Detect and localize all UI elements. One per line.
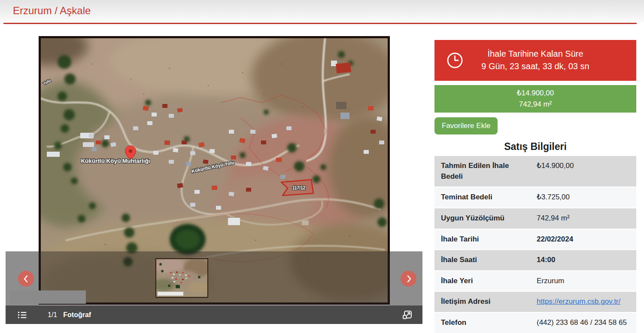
chevron-right-icon: [404, 274, 413, 284]
clock-icon: [446, 52, 464, 71]
table-row: İletişim Adresihttps://erzurum.csb.gov.t…: [434, 292, 636, 312]
list-icon[interactable]: [18, 311, 27, 319]
countdown-remaining: 9 Gün, 23 saat, 33 dk, 03 sn: [434, 60, 636, 73]
chevron-left-icon: [21, 274, 31, 284]
header-divider: [3, 23, 637, 24]
table-row: İhale YeriErzurum: [434, 271, 636, 291]
row-label: İhale Saati: [441, 255, 537, 266]
row-value: ₺14.900,00: [537, 161, 630, 182]
photo-thumbnail[interactable]: [155, 258, 208, 298]
row-value: 22/02/2024: [537, 234, 630, 245]
prev-photo-button[interactable]: [18, 271, 34, 287]
row-value: (442) 233 68 46 / 234 58 65: [537, 318, 630, 328]
row-label: Uygun Yüzölçümü: [441, 213, 537, 224]
row-label: İletişim Adresi: [441, 296, 537, 307]
page-header: Erzurum / Aşkale: [0, 0, 644, 23]
photo-counter: 1/1: [48, 311, 57, 319]
photo-caption-box: [10, 290, 86, 304]
row-value: https://erzurum.csb.gov.tr/: [537, 296, 630, 307]
gallery-toolbar: 1/1 Fotoğraf: [6, 306, 422, 324]
row-value: 742,94 m²: [537, 213, 630, 224]
row-value: Erzurum: [537, 276, 630, 287]
row-label: Tahmin Edilen İhale Bedeli: [441, 161, 537, 182]
row-label: İhale Yeri: [441, 276, 537, 287]
sales-table: Tahmin Edilen İhale Bedeli₺14.900,00Temi…: [434, 156, 636, 333]
row-label: İhale Tarihi: [441, 234, 537, 245]
price-value: ₺14.900,00: [434, 88, 636, 99]
sale-info-panel: İhale Tarihine Kalan Süre 9 Gün, 23 saat…: [434, 40, 636, 333]
countdown-banner: İhale Tarihine Kalan Süre 9 Gün, 23 saat…: [434, 40, 636, 81]
village-label: Kükürtlü Köyü Muhtarlığı: [81, 158, 150, 164]
photo-type-label: Fotoğraf: [63, 311, 91, 319]
contact-address-link[interactable]: https://erzurum.csb.gov.tr/: [537, 297, 620, 306]
price-banner: ₺14.900,00 742,94 m²: [434, 85, 636, 113]
carousel-overlay: [39, 251, 390, 306]
table-row: İhale Tarihi22/02/2024: [434, 229, 636, 250]
row-value: 14:00: [537, 255, 630, 266]
breadcrumb: Erzurum / Aşkale: [13, 5, 91, 17]
table-row: Teminat Bedeli₺3.725,00: [434, 187, 636, 208]
parcel-label: 117/12: [292, 186, 305, 190]
row-label: Teminat Bedeli: [441, 192, 537, 203]
area-value: 742,94 m²: [434, 99, 636, 110]
countdown-title: İhale Tarihine Kalan Süre: [434, 48, 636, 60]
table-row: Telefon(442) 233 68 46 / 234 58 65: [434, 313, 636, 333]
table-row: Tahmin Edilen İhale Bedeli₺14.900,00: [434, 156, 636, 186]
add-to-favorites-button[interactable]: Favorilere Ekle: [434, 117, 498, 134]
sales-heading: Satış Bilgileri: [434, 141, 636, 153]
photo-gallery: 117/12 Kükürtlü Köyü Muhtarlığı Kükürtlü…: [6, 36, 422, 324]
table-row: Uygun Yüzölçümü742,94 m²: [434, 208, 636, 229]
row-label: Telefon: [441, 318, 537, 328]
next-photo-button[interactable]: [401, 271, 416, 287]
table-row: İhale Saati14:00: [434, 250, 636, 270]
row-value: ₺3.725,00: [537, 192, 630, 203]
expand-icon[interactable]: [402, 309, 413, 321]
